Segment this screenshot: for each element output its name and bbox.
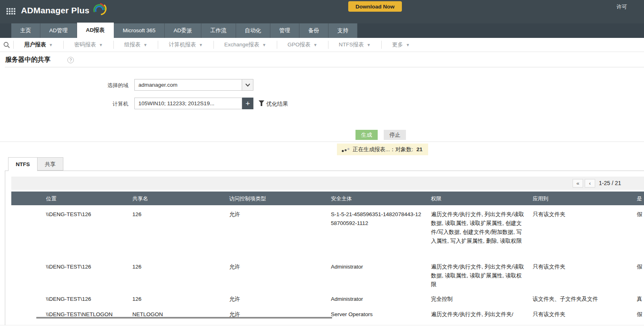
tab-automation[interactable]: 自动化 <box>236 23 271 38</box>
table-toolbar <box>11 177 644 190</box>
divider <box>5 67 644 67</box>
report-menu-exchange-reports[interactable]: Exchange报表 ▼ <box>214 41 277 49</box>
cell-applies-to: 只有该文件夹 <box>533 205 637 258</box>
table-container-border <box>5 171 644 171</box>
tab-workflow[interactable]: 工作流 <box>201 23 236 38</box>
report-menu-label: 密码报表 <box>74 41 96 48</box>
chevron-down-icon[interactable] <box>242 79 253 90</box>
chevron-down-icon: ▼ <box>406 43 410 47</box>
tab-support[interactable]: 支持 <box>328 23 358 38</box>
column-header-applies-to[interactable]: 应用到 <box>533 192 637 205</box>
app-logo: ADManager Plus <box>21 6 90 15</box>
previous-page-button[interactable]: ‹ <box>585 179 595 187</box>
domain-select[interactable]: admanager.com <box>134 79 253 91</box>
loading-spinner-icon <box>342 148 349 151</box>
report-menu-label: 组报表 <box>124 41 141 48</box>
generation-status: 正在生成报表...：对象数:21 <box>337 144 428 155</box>
chevron-down-icon: ▼ <box>367 43 371 47</box>
tab-home[interactable]: 主页 <box>11 23 40 38</box>
tab-ad-delegation[interactable]: AD委派 <box>165 23 201 38</box>
cell-applies-to: 只有该文件夹 <box>533 305 637 320</box>
stop-button[interactable]: 停止 <box>384 130 406 140</box>
column-header-permissions[interactable]: 权限 <box>431 192 533 205</box>
refine-results-link[interactable]: 优化结果 <box>266 100 288 108</box>
status-object-count: 21 <box>416 146 422 152</box>
divider <box>0 142 644 142</box>
horizontal-scrollbar[interactable] <box>36 317 332 319</box>
tab-microsoft-365[interactable]: Microsoft 365 <box>114 23 165 38</box>
download-now-button[interactable]: Download Now <box>348 1 402 12</box>
report-menu-label: GPO报表 <box>288 41 311 48</box>
report-menu-label: NTFS报表 <box>339 41 364 48</box>
report-menu-user-reports[interactable]: 用户报表 ▼ <box>14 41 64 49</box>
cell-inherited: 假 <box>637 305 644 320</box>
report-menu-label: 更多 <box>392 41 403 48</box>
table-container-border <box>5 171 5 325</box>
search-icon[interactable] <box>0 41 14 49</box>
filter-funnel-icon[interactable] <box>259 100 264 104</box>
cell-location: \\DENG-TEST\126 <box>11 290 132 305</box>
report-menu-label: Exchange报表 <box>224 41 259 48</box>
cell-permissions: 遍历文件夹/执行文件, 列出文件夹/读取数据, 读取属性, 读取扩展属性, 读取… <box>431 258 533 290</box>
generate-button[interactable]: 生成 <box>355 130 378 140</box>
divider <box>0 325 644 325</box>
cell-inherited: 假 <box>637 258 644 290</box>
report-menu-label: 计算机报表 <box>169 41 196 48</box>
help-icon[interactable]: ? <box>67 57 74 63</box>
report-menu-group-reports[interactable]: 组报表 ▼ <box>114 41 158 49</box>
cell-share-name: 126 <box>132 205 229 258</box>
cell-inherited: 真 <box>637 290 644 305</box>
column-header-security-principal[interactable]: 安全主体 <box>331 192 431 205</box>
domain-label: 选择的域 <box>56 82 128 89</box>
column-header-location[interactable]: 位置 <box>11 192 132 205</box>
table-row[interactable]: \\DENG-TEST\126 126 允许 S-1-5-21-45859635… <box>11 205 644 258</box>
computer-input[interactable] <box>134 98 242 109</box>
top-bar: ADManager Plus Download Now 许可 <box>0 0 644 23</box>
cell-ace-type: 允许 <box>229 258 331 290</box>
table-row[interactable]: \\DENG-TEST\126 126 允许 Administrator 完全控… <box>11 290 644 305</box>
cell-ace-type: 允许 <box>229 205 331 258</box>
cell-location: \\DENG-TEST\126 <box>11 258 132 290</box>
report-menu-password-reports[interactable]: 密码报表 ▼ <box>64 41 114 49</box>
cell-permissions: 遍历文件夹/执行文件, 列出文件夹/ <box>431 305 533 320</box>
cell-security-principal: Administrator <box>331 290 431 305</box>
ntfs-report-table: 位置 共享名 访问控制项类型 安全主体 权限 应用到 是 \\DENG-TEST… <box>11 192 644 320</box>
cell-share-name: 126 <box>132 290 229 305</box>
chevron-down-icon: ▼ <box>314 43 318 47</box>
cell-permissions: 完全控制 <box>431 290 533 305</box>
report-nav: 用户报表 ▼ 密码报表 ▼ 组报表 ▼ 计算机报表 ▼ Exchange报表 ▼… <box>0 38 644 52</box>
page-title: 服务器中的共享 <box>5 56 50 64</box>
column-header-inherited[interactable]: 是 <box>637 192 644 205</box>
report-menu-more[interactable]: 更多 ▼ <box>382 41 420 49</box>
chevron-down-icon: ▼ <box>199 43 203 47</box>
cell-applies-to: 只有该文件夹 <box>533 258 637 290</box>
computer-label: 计算机 <box>56 100 128 108</box>
report-menu-gpo-reports[interactable]: GPO报表 ▼ <box>277 41 328 49</box>
add-computer-button[interactable]: + <box>242 98 253 109</box>
cell-security-principal: S-1-5-21-458596351-1482078443-1258700592… <box>331 205 431 258</box>
tab-backup[interactable]: 备份 <box>299 23 328 38</box>
cell-location: \\DENG-TEST\126 <box>11 205 132 258</box>
tab-ad-reports[interactable]: AD报表 <box>77 23 114 39</box>
result-tab-share[interactable]: 共享 <box>38 157 63 171</box>
status-text: 正在生成报表...：对象数: <box>353 146 413 153</box>
pagination-range: 1-25 / 21 <box>599 180 621 186</box>
apps-grid-icon[interactable] <box>6 8 17 15</box>
first-page-button[interactable]: « <box>573 179 583 187</box>
report-menu-computer-reports[interactable]: 计算机报表 ▼ <box>158 41 213 49</box>
column-header-ace-type[interactable]: 访问控制项类型 <box>229 192 331 205</box>
chevron-down-icon: ▼ <box>99 43 103 47</box>
cell-inherited: 假 <box>637 205 644 258</box>
main-nav: 主页 AD管理 AD报表 Microsoft 365 AD委派 工作流 自动化 … <box>0 23 644 38</box>
result-tab-ntfs[interactable]: NTFS <box>8 157 38 171</box>
license-link[interactable]: 许可 <box>617 3 627 10</box>
tab-admin[interactable]: 管理 <box>270 23 299 38</box>
column-header-share-name[interactable]: 共享名 <box>132 192 229 205</box>
tab-ad-management[interactable]: AD管理 <box>40 23 77 38</box>
cell-applies-to: 该文件夹、子文件夹及文件 <box>533 290 637 305</box>
logo-text: ADManager Plus <box>21 6 90 15</box>
report-menu-ntfs-reports[interactable]: NTFS报表 ▼ <box>328 41 382 49</box>
cell-security-principal: Server Operators <box>331 305 431 320</box>
chevron-down-icon: ▼ <box>49 43 53 47</box>
table-row[interactable]: \\DENG-TEST\126 126 允许 Administrator 遍历文… <box>11 258 644 290</box>
